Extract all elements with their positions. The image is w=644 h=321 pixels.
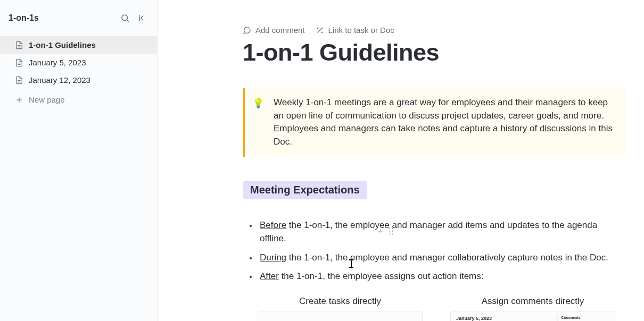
page-title[interactable]: 1-on-1 Guidelines (243, 39, 626, 66)
list-rest: the 1-on-1, the employee assigns out act… (279, 271, 484, 281)
link-task-button[interactable]: Link to task or Doc (316, 26, 394, 35)
document-main: Add comment Link to task or Doc 1-on-1 G… (158, 0, 644, 321)
card-heading: Create tasks directly (299, 296, 381, 307)
svg-point-22 (392, 233, 393, 234)
block-gutter (377, 227, 394, 235)
lightbulb-icon: 💡 (252, 96, 264, 149)
add-comment-label: Add comment (255, 26, 305, 35)
list-item[interactable]: After the 1-on-1, the employee assigns o… (258, 269, 626, 283)
sidebar-item-guidelines[interactable]: 1-on-1 Guidelines (0, 36, 157, 54)
sidebar-page-list: 1-on-1 Guidelines January 5, 2023 Januar… (0, 36, 157, 108)
bullet-list: Before the 1-on-1, the employee and mana… (243, 218, 626, 283)
svg-point-18 (392, 228, 393, 229)
card-assign-comments: Assign comments directly January 5, 2023… (450, 296, 615, 321)
page-icon (15, 41, 23, 49)
sidebar-item-jan12[interactable]: January 12, 2023 (0, 71, 157, 89)
sidebar-item-label: January 12, 2023 (29, 75, 90, 85)
page-icon (15, 58, 23, 67)
svg-point-13 (321, 32, 322, 32)
sidebar-item-label: 1-on-1 Guidelines (29, 40, 96, 49)
sidebar-item-label: January 5, 2023 (29, 58, 86, 67)
card-create-tasks: Create tasks directly Action Items Perso… (258, 296, 423, 321)
collapse-sidebar-icon[interactable] (136, 12, 148, 24)
list-bold: Before (260, 220, 286, 230)
doc-actions-bar: Add comment Link to task or Doc (243, 26, 626, 35)
sidebar-header: 1-on-1s (0, 0, 157, 36)
sidebar-item-jan5[interactable]: January 5, 2023 (0, 54, 157, 71)
sidebar: 1-on-1s 1-on-1 Guidelines January 5, 202… (0, 0, 158, 321)
svg-point-21 (389, 233, 390, 234)
list-rest: the 1-on-1, the employee and manager add… (260, 220, 597, 244)
add-comment-button[interactable]: Add comment (243, 26, 305, 35)
drag-handle-icon[interactable] (389, 227, 394, 235)
svg-point-12 (317, 28, 318, 28)
search-icon[interactable] (119, 12, 131, 24)
page-icon (15, 76, 23, 85)
comment-icon (243, 26, 251, 35)
list-item[interactable]: During the 1-on-1, the employee and mana… (258, 251, 626, 265)
svg-point-17 (389, 228, 390, 229)
sidebar-title: 1-on-1s (9, 13, 39, 23)
list-bold: After (260, 271, 279, 281)
svg-point-20 (392, 231, 393, 232)
card-heading: Assign comments directly (482, 296, 584, 307)
svg-point-0 (122, 15, 128, 21)
svg-line-1 (127, 20, 128, 21)
wand-icon (316, 26, 324, 35)
card-preview-tasks[interactable]: Action Items Personal List complete self… (258, 311, 423, 321)
new-page-button[interactable]: New page (0, 91, 157, 108)
callout-text: Weekly 1-on-1 meetings are a great way f… (274, 96, 618, 149)
list-bold: During (260, 252, 286, 263)
plus-icon (15, 96, 23, 104)
text-cursor-icon (351, 259, 352, 268)
list-rest: the 1-on-1, the employee and manager col… (286, 252, 608, 263)
callout-block[interactable]: 💡 Weekly 1-on-1 meetings are a great way… (243, 88, 626, 157)
svg-point-14 (321, 28, 322, 28)
cards-row: Create tasks directly Action Items Perso… (258, 296, 626, 321)
plus-icon[interactable] (377, 227, 384, 235)
list-item[interactable]: Before the 1-on-1, the employee and mana… (258, 218, 626, 246)
link-task-label: Link to task or Doc (328, 26, 394, 35)
svg-point-19 (389, 231, 390, 232)
new-page-label: New page (29, 95, 65, 104)
section-heading[interactable]: Meeting Expectations (243, 181, 367, 199)
card-preview-comments[interactable]: January 5, 2023 You · Last Updated: Toda… (450, 311, 615, 321)
